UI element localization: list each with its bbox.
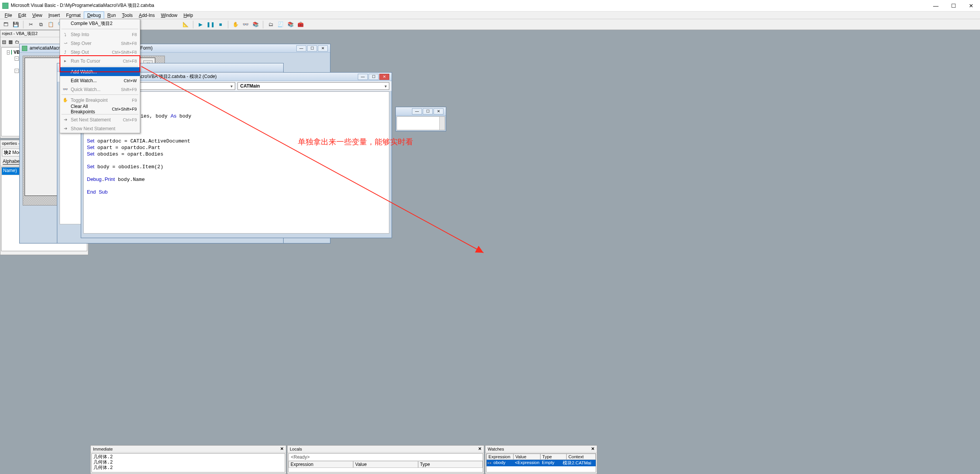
mdi-area: Compile VBA_项目2 ⤵Step IntoF8 ⤻Step OverS…: [0, 30, 980, 474]
watches-window: Watches✕ Expression Value Type Context 👓…: [485, 445, 597, 474]
menu-window[interactable]: Window: [158, 12, 181, 19]
watches-col-context[interactable]: Context: [566, 454, 596, 460]
immediate-window: Immediate✕ 几何体.2 几何体.2 几何体.2: [90, 445, 286, 474]
menu-insert[interactable]: Insert: [45, 12, 63, 19]
watches-col-value[interactable]: Value: [513, 454, 540, 460]
menu-addins[interactable]: Add-Ins: [136, 12, 158, 19]
debug-step-into[interactable]: ⤵Step IntoF8: [60, 30, 140, 39]
quick-watch-icon: 👓: [62, 86, 68, 93]
watch-row[interactable]: 👓 obody <Expression r Empty 模块2.CATMai: [487, 460, 596, 466]
blank-window-title[interactable]: — ☐ ✕: [396, 107, 446, 116]
minimize-button[interactable]: —: [412, 108, 422, 114]
menu-bar: File Edit View Insert Format Debug Run T…: [0, 12, 980, 19]
reset-icon[interactable]: ■: [216, 20, 225, 29]
view-code-icon[interactable]: ▤: [2, 39, 6, 45]
debug-add-watch[interactable]: Add Watch...: [60, 67, 140, 76]
close-button[interactable]: ✕: [962, 0, 980, 12]
debug-compile[interactable]: Compile VBA_项目2: [60, 19, 140, 28]
maximize-button[interactable]: ☐: [423, 108, 433, 114]
menu-file[interactable]: File: [2, 12, 15, 19]
locals-window: Locals✕ <Ready> Expression Value Type: [287, 445, 484, 474]
locals-context: <Ready>: [289, 454, 483, 461]
cut-icon[interactable]: ✂: [27, 20, 35, 29]
title-bar: Microsoft Visual Basic - D:\MyPrograme\c…: [0, 0, 980, 12]
copy-icon[interactable]: ⧉: [37, 20, 45, 29]
debug-step-out[interactable]: ⤴Step OutCtrl+Shift+F8: [60, 48, 140, 56]
scrollbar[interactable]: [439, 117, 445, 130]
save-icon[interactable]: 💾: [12, 20, 20, 29]
maximize-button[interactable]: ☐: [307, 45, 317, 51]
paste-icon[interactable]: 📋: [47, 20, 55, 29]
menu-help[interactable]: Help: [180, 12, 196, 19]
call-stack-icon[interactable]: 📚: [251, 20, 260, 29]
design-mode-icon[interactable]: 📐: [181, 20, 190, 29]
locals-header: Expression Value Type: [289, 461, 483, 468]
locals-title: Locals✕: [287, 446, 484, 452]
break-icon[interactable]: ❚❚: [206, 20, 215, 29]
maximize-button[interactable]: ☐: [945, 0, 962, 12]
debug-dropdown: Compile VBA_项目2 ⤵Step IntoF8 ⤻Step OverS…: [60, 19, 140, 133]
step-into-icon: ⤵: [62, 31, 68, 38]
menu-view[interactable]: View: [29, 12, 45, 19]
menu-tools[interactable]: Tools: [119, 12, 136, 19]
close-button[interactable]: ✕: [318, 45, 328, 51]
project-explorer-icon[interactable]: 🗂: [266, 20, 275, 29]
run-icon[interactable]: ▶: [196, 20, 205, 29]
close-icon[interactable]: ✕: [280, 446, 284, 451]
menu-separator: [61, 29, 138, 29]
annotation-text: 单独拿出来一些变量，能够实时看: [298, 137, 413, 147]
watch-context: 模块2.CATMai: [561, 460, 596, 466]
minimize-button[interactable]: —: [927, 0, 945, 12]
toggle-breakpoint-icon[interactable]: ✋: [231, 20, 240, 29]
toolbar-separator: [263, 21, 263, 28]
toolbar-separator: [193, 21, 193, 28]
blank-window[interactable]: — ☐ ✕: [395, 107, 446, 131]
watches-title: Watches✕: [485, 446, 597, 452]
close-icon[interactable]: ✕: [591, 446, 595, 451]
watches-header: Expression Value Type Context: [487, 454, 596, 460]
toolbox-icon[interactable]: 🧰: [296, 20, 305, 29]
procedure-combo[interactable]: CATMain: [238, 82, 389, 90]
debug-run-to-cursor[interactable]: ▸Run To CursorCtrl+F8: [60, 56, 140, 65]
watches-col-type[interactable]: Type: [540, 454, 566, 460]
toolbar: 🗔 💾 ✂ ⧉ 📋 🔍 ↶ ↷ 📐 ▶ ❚❚ ■ ✋ 👓 📚 🗂 🧾 📚 🧰: [0, 19, 980, 30]
view-object-icon[interactable]: ▦: [8, 39, 13, 45]
debug-show-next[interactable]: ➔Show Next Statement: [60, 124, 140, 133]
close-button[interactable]: ✕: [379, 74, 389, 80]
watches-col-expression[interactable]: Expression: [487, 454, 513, 460]
watch-icon: 👓: [487, 460, 492, 466]
window-title: Microsoft Visual Basic - D:\MyPrograme\c…: [11, 2, 927, 9]
debug-quick-watch[interactable]: 👓Quick Watch...Shift+F9: [60, 85, 140, 94]
debug-edit-watch[interactable]: Edit Watch...Ctrl+W: [60, 76, 140, 85]
debug-clear-breakpoints[interactable]: Clear All BreakpointsCtrl+Shift+F9: [60, 104, 140, 113]
object-browser-icon[interactable]: 📚: [286, 20, 295, 29]
locals-col-expression[interactable]: Expression: [289, 461, 353, 468]
locals-col-type[interactable]: Type: [418, 461, 483, 468]
menu-run[interactable]: Run: [104, 12, 119, 19]
menu-edit[interactable]: Edit: [15, 12, 29, 19]
watch-expression: obody: [492, 460, 513, 466]
menu-separator: [61, 94, 138, 95]
menu-format[interactable]: Format: [63, 12, 84, 19]
watch-value: <Expression r: [513, 460, 540, 466]
properties-icon[interactable]: 🧾: [276, 20, 285, 29]
toolbar-separator: [228, 21, 228, 28]
minimize-button[interactable]: —: [296, 45, 306, 51]
window-controls: — ☐ ✕: [927, 0, 980, 12]
close-button[interactable]: ✕: [434, 108, 443, 114]
debug-step-over[interactable]: ⤻Step OverShift+F8: [60, 39, 140, 48]
close-icon[interactable]: ✕: [478, 446, 482, 451]
debug-set-next[interactable]: ➔Set Next StatementCtrl+F9: [60, 115, 140, 124]
minimize-button[interactable]: —: [358, 74, 368, 80]
immediate-body[interactable]: 几何体.2 几何体.2 几何体.2: [91, 453, 285, 472]
maximize-button[interactable]: ☐: [369, 74, 379, 80]
app-icon: [2, 3, 8, 9]
menu-debug[interactable]: Debug: [84, 12, 104, 19]
watches-body: Expression Value Type Context 👓 obody <E…: [486, 453, 596, 472]
view-code-icon[interactable]: 🗔: [2, 20, 10, 29]
quick-watch-icon[interactable]: 👓: [241, 20, 250, 29]
toolbar-separator: [23, 21, 23, 28]
menu-separator: [61, 66, 138, 66]
form-icon: [22, 46, 27, 51]
locals-col-value[interactable]: Value: [353, 461, 418, 468]
